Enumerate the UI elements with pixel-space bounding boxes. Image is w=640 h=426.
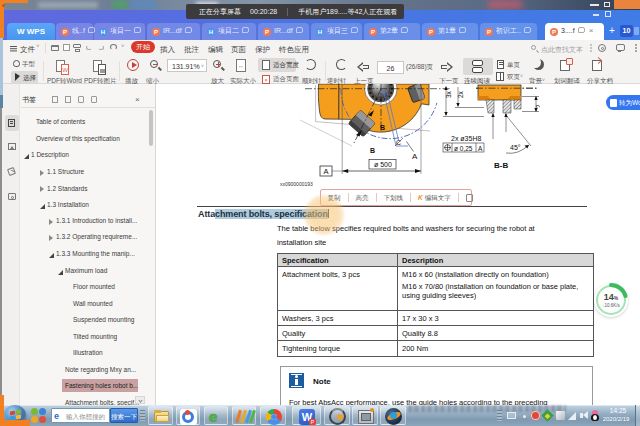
svg-text:ø 0,25: ø 0,25 bbox=[454, 145, 473, 152]
svg-text:A: A bbox=[324, 167, 329, 176]
svg-text:2x ø35H8: 2x ø35H8 bbox=[451, 135, 481, 142]
svg-text:ø 500: ø 500 bbox=[374, 161, 392, 168]
svg-text:A: A bbox=[478, 145, 483, 152]
svg-text:3x: 3x bbox=[445, 90, 452, 98]
svg-text:A: A bbox=[412, 152, 418, 161]
svg-text:2: 2 bbox=[535, 104, 540, 108]
svg-text:45°: 45° bbox=[510, 144, 521, 151]
svg-text:2x: 2x bbox=[457, 90, 464, 98]
svg-text:B: B bbox=[380, 124, 385, 131]
svg-text:B: B bbox=[370, 147, 375, 154]
svg-text:B-B: B-B bbox=[494, 161, 508, 170]
